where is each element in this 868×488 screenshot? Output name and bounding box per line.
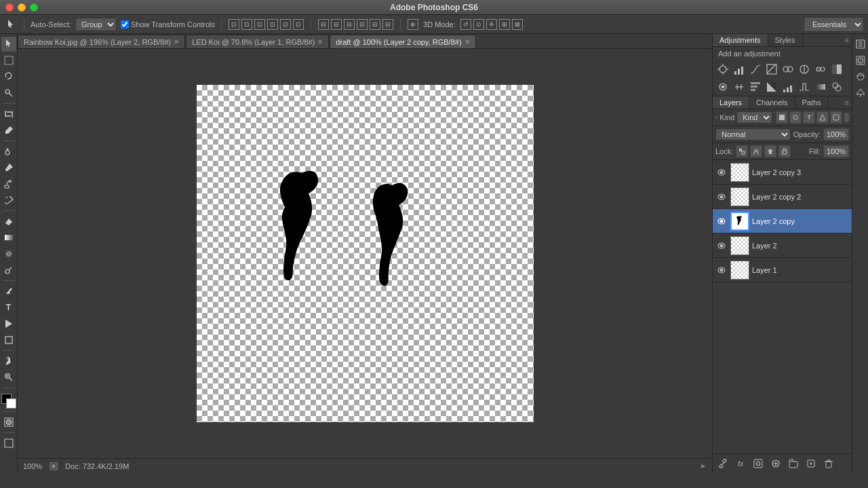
delete-layer-icon[interactable] [821, 456, 836, 471]
selective-color-adj-icon[interactable] [829, 79, 844, 94]
layer-row[interactable]: Layer 2 copy 3 [713, 160, 852, 185]
3d-rotate-icon[interactable]: ↺ [460, 19, 471, 30]
arrange-icon[interactable]: ⊕ [408, 19, 418, 30]
layer-row[interactable]: Layer 1 [713, 258, 852, 282]
close-button[interactable] [5, 3, 14, 12]
layer-visibility-icon[interactable] [715, 264, 728, 276]
layer-fx-icon[interactable]: fx [733, 456, 748, 471]
dist-bottom-icon[interactable]: ⊟ [382, 19, 393, 30]
tab-styles[interactable]: Styles [768, 34, 803, 46]
eraser-tool[interactable] [1, 214, 16, 229]
dodge-tool[interactable] [1, 263, 16, 278]
history-brush-tool[interactable] [1, 193, 16, 208]
show-transform-checkbox[interactable] [121, 20, 129, 29]
colorbalance-adj-icon[interactable] [813, 62, 828, 77]
mask-strip-icon[interactable] [853, 53, 868, 68]
layer-visibility-icon[interactable] [715, 166, 728, 179]
invert-adj-icon[interactable] [764, 79, 779, 94]
tab-adjustments[interactable]: Adjustments [713, 34, 768, 46]
tab-draft[interactable]: draft @ 100% (Layer 2 copy, RGB/8#) ✕ [330, 35, 475, 48]
photo-filter-adj-icon[interactable] [715, 79, 730, 94]
tab-paths[interactable]: Paths [795, 96, 829, 109]
dist-center-icon[interactable]: ⊟ [331, 19, 342, 30]
layer-visibility-icon[interactable] [715, 191, 728, 203]
align-right-icon[interactable]: ⊡ [254, 19, 265, 30]
3d-roll-icon[interactable]: ⊙ [473, 19, 484, 30]
threshold-adj-icon[interactable] [797, 79, 812, 94]
hand-tool[interactable] [1, 354, 16, 369]
dist-left-icon[interactable]: ⊟ [318, 19, 329, 30]
lock-position-icon[interactable] [764, 145, 776, 157]
color-lookup-adj-icon[interactable] [748, 79, 763, 94]
gradient-map-adj-icon[interactable] [813, 79, 828, 94]
align-top-icon[interactable]: ⊡ [267, 19, 278, 30]
panel-options-icon[interactable]: ≡ [842, 36, 852, 44]
lasso-tool[interactable] [1, 69, 16, 84]
tab-rainbow-koi[interactable]: Rainbow Koi.jpg @ 196% (Layer 2, RGB/8#)… [18, 35, 185, 48]
align-bottom-icon[interactable]: ⊡ [293, 19, 304, 30]
move-tool[interactable] [1, 37, 16, 52]
tab-channels[interactable]: Channels [749, 96, 795, 109]
crop-tool[interactable] [1, 107, 16, 121]
workspace-dropdown[interactable]: Essentials [804, 17, 864, 32]
blend-mode-dropdown[interactable]: Normal Multiply Screen Overlay [715, 128, 791, 140]
layer-visibility-icon[interactable] [715, 215, 728, 227]
adjustments-strip-icon[interactable] [853, 37, 868, 52]
layer-row[interactable]: Layer 2 copy 2 [713, 185, 852, 209]
eyedropper-tool[interactable] [1, 123, 16, 138]
filter-type-icon[interactable]: T [803, 111, 815, 124]
stamp-tool[interactable] [1, 176, 16, 191]
zoom-tool[interactable] [1, 370, 16, 385]
align-left-icon[interactable]: ⊡ [229, 19, 239, 30]
3d-scale-icon[interactable]: ⊠ [512, 19, 523, 30]
gradient-tool[interactable] [1, 230, 16, 245]
add-adjustment-icon[interactable] [768, 456, 783, 471]
minimize-button[interactable] [18, 3, 26, 12]
tab-close-icon[interactable]: ✕ [317, 38, 323, 45]
fill-value[interactable]: 100% [823, 145, 849, 157]
auto-select-dropdown[interactable]: Group Layer [75, 18, 117, 31]
brush-tool[interactable] [1, 160, 16, 175]
brightness-adj-icon[interactable] [715, 62, 730, 77]
create-layer-icon[interactable] [804, 456, 818, 471]
type-tool[interactable]: T [1, 300, 16, 315]
hsl-adj-icon[interactable] [797, 62, 812, 77]
levels-adj-icon[interactable] [732, 62, 747, 77]
align-center-icon[interactable]: ⊡ [241, 19, 252, 30]
bw-adj-icon[interactable] [829, 62, 844, 77]
quick-select-tool[interactable] [1, 86, 16, 100]
lock-all-icon[interactable] [778, 145, 791, 157]
3d-slide-icon[interactable]: ⊞ [499, 19, 510, 30]
screen-mode-btn[interactable] [1, 436, 16, 451]
layer-visibility-icon[interactable] [715, 240, 728, 252]
dist-right-icon[interactable]: ⊟ [344, 19, 355, 30]
link-layers-icon[interactable] [715, 456, 730, 471]
create-group-icon[interactable] [786, 456, 801, 471]
opacity-value[interactable]: 100% [823, 128, 849, 140]
filter-shape-icon[interactable] [816, 111, 829, 124]
shape-tool[interactable] [1, 333, 16, 348]
quick-mask-btn[interactable] [1, 415, 16, 430]
dist-top-icon[interactable]: ⊟ [357, 19, 368, 30]
move-tool-icon[interactable] [4, 18, 18, 31]
tab-layers[interactable]: Layers [713, 96, 749, 109]
filter-smartobj-icon[interactable] [830, 111, 842, 124]
tab-led-koi[interactable]: LED Koi @ 70.8% (Layer 1, RGB/8#) ✕ [186, 35, 329, 48]
layer-row[interactable]: Layer 2 [713, 233, 852, 258]
channel-mixer-adj-icon[interactable] [732, 79, 747, 94]
layer-row-active[interactable]: Layer 2 copy [713, 209, 852, 233]
spot-heal-tool[interactable] [1, 144, 16, 159]
3d-strip-icon[interactable] [853, 86, 868, 100]
filter-toggle[interactable] [844, 113, 849, 122]
pen-tool[interactable] [1, 284, 16, 299]
lock-image-icon[interactable] [750, 145, 762, 157]
dist-middle-icon[interactable]: ⊟ [370, 19, 380, 30]
exposure-adj-icon[interactable] [764, 62, 779, 77]
path-select-tool[interactable] [1, 316, 16, 331]
layers-panel-options-icon[interactable]: ≡ [842, 98, 852, 107]
blur-tool[interactable] [1, 246, 16, 261]
filter-adjustment-icon[interactable] [789, 111, 802, 124]
tab-close-icon[interactable]: ✕ [174, 38, 179, 45]
filter-pixel-icon[interactable] [776, 111, 788, 124]
3d-pan-icon[interactable]: ✛ [486, 19, 497, 30]
